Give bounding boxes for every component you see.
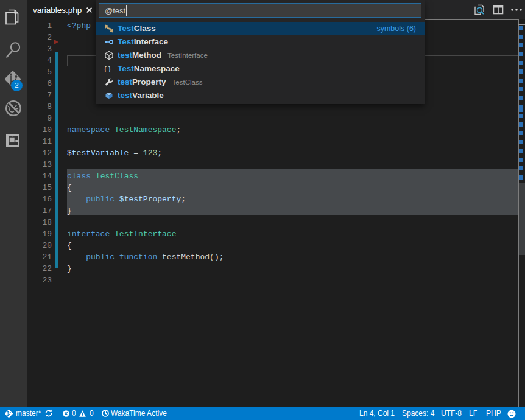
svg-text:{ }: { } bbox=[104, 65, 111, 72]
